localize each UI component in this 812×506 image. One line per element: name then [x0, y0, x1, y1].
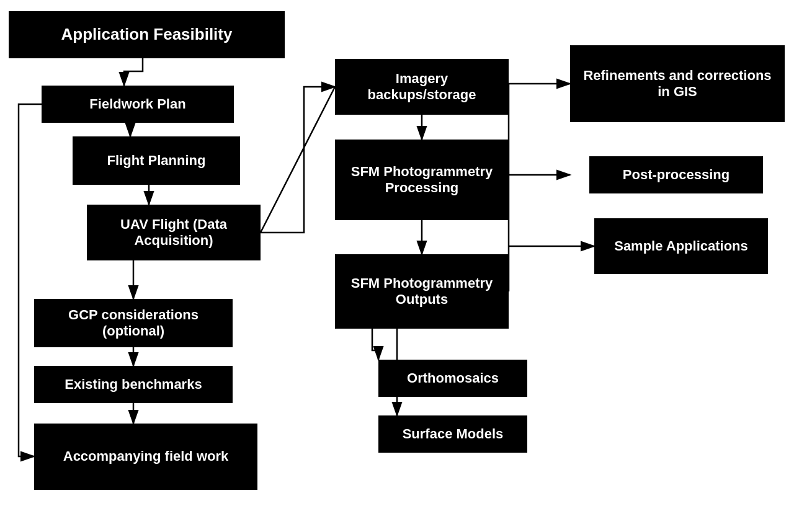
node-refinements: Refinements and corrections in GIS: [570, 45, 785, 122]
node-post-processing: Post-processing: [589, 156, 763, 193]
node-application-feasibility: Application Feasibility: [9, 11, 285, 58]
node-sample-applications: Sample Applications: [594, 218, 768, 274]
node-sfm-outputs: SFM Photogrammetry Outputs: [335, 254, 509, 329]
node-gcp: GCP considerations (optional): [34, 299, 233, 347]
node-existing-benchmarks: Existing benchmarks: [34, 366, 233, 403]
node-surface-models: Surface Models: [378, 415, 527, 453]
node-imagery-backups: Imagery backups/storage: [335, 59, 509, 115]
node-fieldwork-plan: Fieldwork Plan: [42, 86, 234, 123]
node-orthomosaics: Orthomosaics: [378, 360, 527, 397]
node-flight-planning: Flight Planning: [73, 136, 240, 185]
node-accompanying-field-work: Accompanying field work: [34, 424, 257, 490]
flowchart: Application Feasibility Fieldwork Plan F…: [0, 0, 812, 506]
node-uav-flight: UAV Flight (Data Acquisition): [87, 205, 261, 260]
node-sfm-processing: SFM Photogrammetry Processing: [335, 140, 509, 220]
